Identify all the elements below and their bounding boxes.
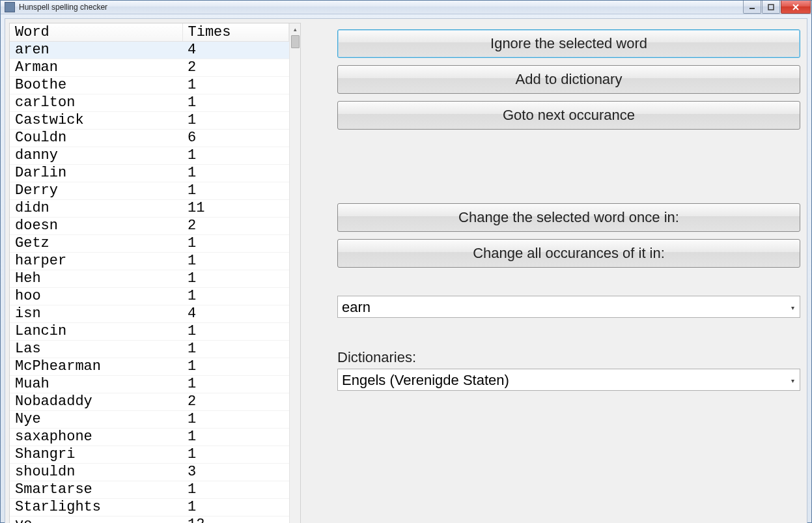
cell-word: shouldn	[10, 464, 182, 481]
cell-times: 1	[182, 147, 289, 165]
cell-word: harper	[10, 253, 182, 270]
cell-times: 12	[182, 516, 289, 524]
table-row[interactable]: Castwick1	[10, 112, 289, 130]
table-row[interactable]: Heh1	[10, 270, 289, 288]
table-row[interactable]: Lancin1	[10, 323, 289, 341]
scrollbar[interactable]: ▴ ▾	[289, 23, 300, 523]
cell-word: Heh	[10, 270, 182, 288]
table-row[interactable]: shouldn3	[10, 464, 289, 481]
actions-panel: Ignore the selected word Add to dictiona…	[301, 23, 800, 523]
window-title: Hunspell spelling checker	[19, 3, 743, 12]
cell-word: aren	[10, 42, 182, 59]
cell-times: 1	[182, 253, 289, 270]
window-controls	[743, 1, 811, 14]
svg-rect-1	[768, 5, 774, 10]
cell-times: 1	[182, 94, 289, 112]
table-row[interactable]: Derry1	[10, 182, 289, 200]
table-row[interactable]: harper1	[10, 253, 289, 270]
table-row[interactable]: doesn2	[10, 218, 289, 235]
cell-word: Muah	[10, 376, 182, 393]
change-once-button[interactable]: Change the selected word once in:	[337, 203, 800, 232]
table-row[interactable]: isn4	[10, 305, 289, 323]
table-row[interactable]: saxaphone1	[10, 429, 289, 446]
maximize-icon	[768, 4, 774, 10]
table-row[interactable]: McPhearman1	[10, 358, 289, 376]
word-table[interactable]: Word Times aren4Arman2Boothe1carlton1Cas…	[10, 23, 289, 523]
maximize-button[interactable]	[762, 1, 780, 14]
table-row[interactable]: carlton1	[10, 94, 289, 112]
cell-times: 1	[182, 411, 289, 429]
table-row[interactable]: didn11	[10, 200, 289, 218]
table-row[interactable]: Muah1	[10, 376, 289, 393]
titlebar[interactable]: Hunspell spelling checker	[1, 1, 811, 14]
cell-times: 1	[182, 481, 289, 499]
app-icon	[5, 2, 15, 12]
suggestion-value: earn	[342, 299, 371, 316]
scroll-thumb[interactable]	[291, 35, 300, 48]
minimize-icon	[749, 4, 755, 10]
scroll-up-button[interactable]: ▴	[290, 23, 301, 35]
app-window: Hunspell spelling checker Word	[0, 0, 812, 523]
cell-times: 1	[182, 270, 289, 288]
table-row[interactable]: Getz1	[10, 235, 289, 253]
cell-times: 3	[182, 464, 289, 481]
ignore-button[interactable]: Ignore the selected word	[337, 29, 800, 58]
cell-times: 4	[182, 42, 289, 59]
add-to-dictionary-button[interactable]: Add to dictionary	[337, 65, 800, 94]
table-header-row: Word Times	[10, 23, 289, 42]
cell-times: 1	[182, 429, 289, 446]
table-row[interactable]: Couldn6	[10, 130, 289, 147]
cell-word: Nye	[10, 411, 182, 429]
cell-times: 1	[182, 77, 289, 94]
table-row[interactable]: Boothe1	[10, 77, 289, 94]
table-row[interactable]: Shangri1	[10, 446, 289, 464]
table-row[interactable]: Nye1	[10, 411, 289, 429]
col-header-times[interactable]: Times	[182, 23, 289, 42]
cell-word: Shangri	[10, 446, 182, 464]
cell-word: isn	[10, 305, 182, 323]
table-row[interactable]: hoo1	[10, 288, 289, 305]
spacer	[337, 137, 800, 203]
cell-word: Lancin	[10, 323, 182, 341]
cell-times: 2	[182, 393, 289, 411]
table-row[interactable]: Las1	[10, 341, 289, 358]
table-row[interactable]: ve12	[10, 516, 289, 524]
cell-word: Getz	[10, 235, 182, 253]
cell-times: 2	[182, 218, 289, 235]
col-header-word[interactable]: Word	[10, 23, 182, 42]
table-row[interactable]: Darlin1	[10, 165, 289, 182]
dictionaries-combobox[interactable]: Engels (Verenigde Staten) ▾	[337, 369, 800, 391]
cell-word: saxaphone	[10, 429, 182, 446]
cell-word: Boothe	[10, 77, 182, 94]
content-area: Word Times aren4Arman2Boothe1carlton1Cas…	[5, 18, 807, 523]
table-row[interactable]: aren4	[10, 42, 289, 59]
cell-times: 1	[182, 499, 289, 516]
cell-word: Las	[10, 341, 182, 358]
table-row[interactable]: Starlights1	[10, 499, 289, 516]
minimize-button[interactable]	[743, 1, 761, 14]
dictionaries-label: Dictionaries:	[337, 349, 800, 366]
cell-word: carlton	[10, 94, 182, 112]
cell-word: Starlights	[10, 499, 182, 516]
cell-times: 1	[182, 165, 289, 182]
cell-word: ve	[10, 516, 182, 524]
close-button[interactable]	[781, 1, 811, 14]
close-icon	[792, 4, 800, 10]
dictionary-value: Engels (Verenigde Staten)	[342, 372, 509, 389]
cell-times: 6	[182, 130, 289, 147]
table-row[interactable]: Arman2	[10, 59, 289, 77]
suggestion-combobox[interactable]: earn ▾	[337, 296, 800, 318]
table-row[interactable]: Smartarse1	[10, 481, 289, 499]
table-row[interactable]: Nobadaddy2	[10, 393, 289, 411]
cell-word: hoo	[10, 288, 182, 305]
cell-word: Arman	[10, 59, 182, 77]
goto-next-button[interactable]: Goto next occurance	[337, 101, 800, 130]
cell-times: 1	[182, 288, 289, 305]
chevron-down-icon: ▾	[791, 304, 794, 311]
cell-times: 4	[182, 305, 289, 323]
change-all-button[interactable]: Change all occurances of it in:	[337, 239, 800, 268]
table-row[interactable]: danny1	[10, 147, 289, 165]
cell-word: Derry	[10, 182, 182, 200]
cell-word: Smartarse	[10, 481, 182, 499]
cell-times: 1	[182, 112, 289, 130]
